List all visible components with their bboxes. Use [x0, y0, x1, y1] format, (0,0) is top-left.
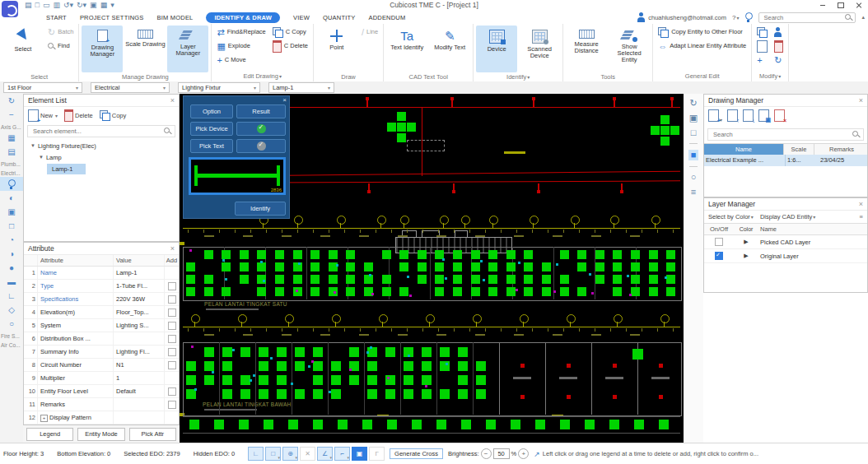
open-folder-icon[interactable]: ▭ — [43, 2, 50, 9]
search-icon[interactable] — [845, 14, 852, 21]
modify-text-button[interactable]: ✎Modify Text — [429, 26, 470, 72]
drawing-name[interactable]: Electrical Example ... — [704, 155, 786, 166]
new-file-icon[interactable]: □ — [35, 2, 40, 9]
window-icon[interactable]: ▣ — [90, 2, 97, 9]
add-checkbox[interactable] — [168, 322, 176, 330]
add-checkbox[interactable] — [168, 348, 176, 356]
attribute-value[interactable]: Lighting S... — [113, 319, 164, 332]
help-button[interactable]: ? — [732, 14, 739, 21]
device-button[interactable]: Device — [476, 26, 517, 72]
tree-node-element[interactable]: Lamp-1 — [24, 163, 179, 174]
add-checkbox[interactable] — [168, 295, 176, 304]
tree-node-category[interactable]: ▼Lighting Fixture(Elec) — [24, 140, 179, 151]
attribute-value[interactable] — [113, 332, 164, 345]
pick-text-button[interactable]: Pick Text — [190, 139, 233, 153]
add-checkbox[interactable] — [168, 361, 176, 369]
pan-icon[interactable]: ▣ — [689, 114, 698, 123]
rail-grid-settings-icon[interactable]: ▤ — [0, 145, 23, 159]
layer-visibility-checkbox[interactable] — [715, 238, 723, 246]
add-checkbox[interactable] — [168, 309, 176, 317]
drawing-scale[interactable]: 1:6... — [786, 155, 817, 166]
device-preview[interactable]: 2836 — [189, 157, 286, 195]
tab-start[interactable]: START — [46, 14, 67, 21]
pick-text-status-button[interactable] — [236, 139, 286, 153]
close-button[interactable] — [850, 0, 868, 11]
rail-wire-icon[interactable]: ◑ — [0, 247, 23, 261]
drawing-row[interactable]: Electrical Example ...1:6...23/04/25 — [704, 155, 867, 166]
rail-ceiling-lamp-icon[interactable]: ◐ — [0, 191, 23, 205]
selection-mode-toggle[interactable]: ▣ — [352, 447, 367, 461]
copy-entity-to-other-floor-button[interactable]: Copy Entity to Other Floor — [656, 26, 749, 39]
rail-switch-icon[interactable]: ◔ — [0, 233, 23, 247]
measure-distance-button[interactable]: Measure Distance — [566, 26, 607, 72]
add-checkbox[interactable] — [168, 401, 176, 409]
rail-lighting-fixture-icon[interactable] — [0, 177, 23, 191]
rail-distribution-box-icon[interactable]: ▣ — [0, 205, 23, 219]
attribute-value[interactable]: Lamp-1 — [113, 267, 164, 279]
layer-row[interactable]: ▶Picked CAD Layer — [704, 235, 867, 249]
delete-drawing-button[interactable] — [774, 109, 785, 125]
account-chip[interactable]: chuahlusheng@hotmail.com — [637, 12, 726, 22]
floor-selector[interactable]: 1st Floor — [3, 82, 82, 93]
modify-rotate-button[interactable]: ↻ — [772, 53, 786, 67]
layer-color-swatch[interactable]: ▶ — [734, 239, 758, 245]
selected-element[interactable]: Lamp-1 — [47, 164, 86, 174]
option-button[interactable]: Option — [190, 104, 233, 118]
generate-cross-button[interactable]: Generate Cross — [390, 448, 443, 459]
find-button[interactable]: Find — [45, 39, 76, 53]
attribute-value[interactable]: 1 — [113, 372, 164, 384]
attribute-value[interactable]: Lighting Fi... — [113, 346, 164, 358]
rail-axis-grid-icon[interactable]: ▦ — [0, 131, 23, 145]
orbit-icon[interactable]: ↻ — [689, 99, 697, 108]
attribute-value[interactable] — [113, 411, 164, 424]
close-icon[interactable] — [859, 201, 863, 208]
element-search-input[interactable] — [31, 127, 164, 136]
tab-addendum[interactable]: ADDENDUM — [368, 14, 405, 21]
identify-button[interactable]: Identify — [235, 202, 286, 216]
attribute-value[interactable]: 1-Tube Fl... — [113, 280, 164, 292]
add-checkbox[interactable] — [168, 335, 176, 343]
drawing-manager-button[interactable]: Drawing Manager — [82, 26, 123, 72]
drawing-remarks[interactable]: 23/04/25 — [817, 155, 868, 166]
c-delete-button[interactable]: C Delete — [270, 39, 310, 53]
layer-visibility-checkbox[interactable] — [715, 252, 723, 260]
tab-identify-draw[interactable]: IDENTIFY & DRAW — [206, 12, 280, 23]
find-replace-button[interactable]: ⇄Find&Replace — [214, 26, 268, 39]
explode-button[interactable]: ▦Explode — [214, 39, 268, 53]
modify-align-button[interactable] — [754, 39, 770, 53]
layer-row[interactable]: ▶Original Layer — [704, 249, 867, 263]
tab-project-settings[interactable]: PROJECT SETTINGS — [80, 14, 144, 21]
modify-move-button[interactable]: + — [754, 53, 770, 67]
rail-conduit-icon[interactable]: ● — [0, 261, 23, 275]
c-move-button[interactable]: +C Move — [214, 53, 268, 67]
result-button[interactable]: Result — [236, 104, 286, 118]
layout-icon[interactable]: ▦ — [100, 2, 108, 9]
pick-device-status-button[interactable] — [236, 122, 286, 136]
rail-socket-icon[interactable]: □ — [0, 219, 23, 233]
save-icon[interactable]: ▤ — [25, 2, 32, 9]
undo-button[interactable]: ↺▾ — [63, 2, 73, 9]
search-input[interactable] — [762, 13, 842, 22]
view-3d-icon[interactable]: ■ — [688, 150, 699, 160]
close-icon[interactable] — [170, 245, 175, 253]
select-by-color-button[interactable]: Select by Color — [708, 213, 754, 220]
category-selector[interactable]: Lighting Fixtur — [178, 82, 260, 93]
attribute-value[interactable]: Default — [113, 385, 164, 397]
list-icon[interactable]: ≡ — [691, 188, 696, 197]
duplicate-drawing-button[interactable] — [758, 109, 769, 125]
rail-equipment-icon[interactable]: ◇ — [0, 303, 23, 317]
import-drawing-button[interactable] — [743, 109, 754, 125]
display-cad-entity-button[interactable]: Display CAD Entity — [760, 213, 815, 220]
search-icon[interactable] — [164, 128, 171, 135]
search-icon[interactable] — [852, 131, 860, 138]
modify-delete-button[interactable] — [772, 39, 786, 53]
rail-busbar-icon[interactable]: ∟ — [0, 289, 23, 303]
attribute-value[interactable] — [113, 398, 164, 411]
select-button[interactable]: Select — [2, 26, 44, 72]
collapse-ribbon-icon[interactable]: ▴ — [861, 14, 865, 21]
brightness-increase-button[interactable]: + — [518, 448, 529, 459]
modify-copy-button[interactable] — [754, 26, 770, 39]
add-checkbox[interactable] — [168, 387, 176, 396]
pick-device-button[interactable]: Pick Device — [190, 122, 233, 136]
tree-node-group[interactable]: ▼Lamp — [24, 151, 179, 163]
